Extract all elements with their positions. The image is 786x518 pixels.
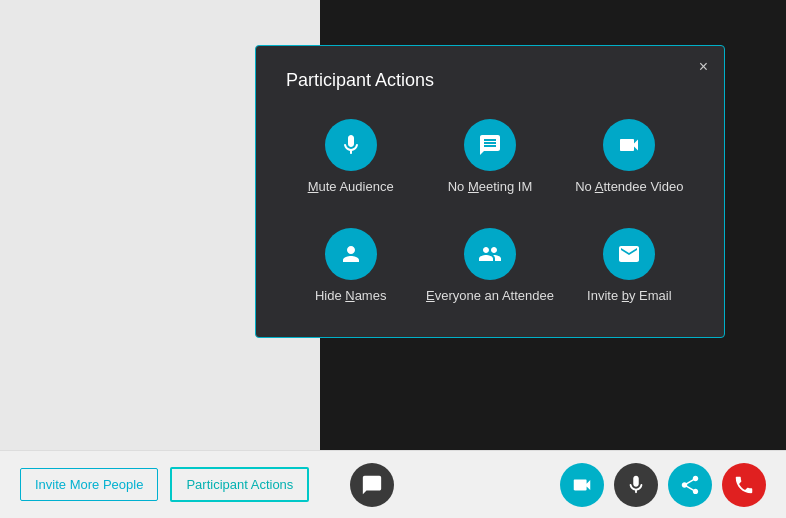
bottom-bar: Invite More People Participant Actions xyxy=(0,450,786,518)
participant-actions-button[interactable]: Participant Actions xyxy=(170,467,309,502)
mute-audience-icon xyxy=(325,119,377,171)
mute-button[interactable] xyxy=(614,463,658,507)
no-meeting-im-icon xyxy=(464,119,516,171)
everyone-attendee-label: Everyone an Attendee xyxy=(426,288,554,305)
action-no-meeting-im[interactable]: No Meeting IM xyxy=(425,119,554,196)
action-hide-names[interactable]: Hide Names xyxy=(286,228,415,305)
video-button[interactable] xyxy=(560,463,604,507)
chat-button[interactable] xyxy=(350,463,394,507)
participant-actions-modal: × Participant Actions Mute Audience xyxy=(255,45,725,338)
hide-names-label: Hide Names xyxy=(315,288,387,305)
invite-more-people-button[interactable]: Invite More People xyxy=(20,468,158,501)
mute-audience-label: Mute Audience xyxy=(308,179,394,196)
actions-grid: Mute Audience No Meeting IM No Att xyxy=(286,119,694,305)
invite-email-icon xyxy=(603,228,655,280)
action-everyone-attendee[interactable]: Everyone an Attendee xyxy=(425,228,554,305)
modal-title: Participant Actions xyxy=(286,70,694,91)
no-attendee-video-label: No Attendee Video xyxy=(575,179,683,196)
action-mute-audience[interactable]: Mute Audience xyxy=(286,119,415,196)
share-button[interactable] xyxy=(668,463,712,507)
action-invite-email[interactable]: Invite by Email xyxy=(565,228,694,305)
everyone-attendee-icon xyxy=(464,228,516,280)
modal-close-button[interactable]: × xyxy=(699,58,708,76)
hide-names-icon xyxy=(325,228,377,280)
no-attendee-video-icon xyxy=(603,119,655,171)
bottom-right-controls xyxy=(560,463,766,507)
no-meeting-im-label: No Meeting IM xyxy=(448,179,533,196)
action-no-attendee-video[interactable]: No Attendee Video xyxy=(565,119,694,196)
end-call-button[interactable] xyxy=(722,463,766,507)
invite-email-label: Invite by Email xyxy=(587,288,672,305)
